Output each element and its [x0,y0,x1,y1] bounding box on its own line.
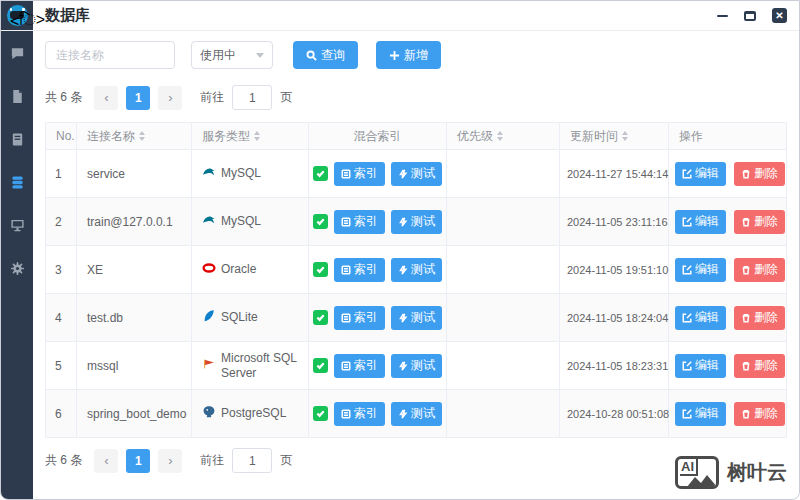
index-icon [341,169,351,179]
row-no: 5 [55,359,62,373]
indexed-checkbox[interactable] [313,406,328,421]
delete-button[interactable]: 删除 [734,210,785,234]
indexed-checkbox[interactable] [313,166,328,181]
sort-caret-icon[interactable] [139,131,145,141]
cell-priority [447,342,560,389]
indexed-checkbox[interactable] [313,262,328,277]
chevron-down-icon [256,53,264,58]
cell-mixed-index: 索引 测试 [309,342,447,389]
pagination-total: 共 6 条 [45,452,82,469]
connection-name-input[interactable] [45,41,175,69]
page-number-button[interactable]: 1 [126,86,150,110]
column-header-0: No. [46,123,77,149]
index-button-label: 索引 [354,213,378,230]
sidebar-item-settings[interactable] [9,260,25,276]
test-button[interactable]: 测试 [391,210,442,234]
column-header-5[interactable]: 更新时间 [560,123,669,149]
prev-page-button[interactable]: ‹ [94,86,118,110]
cell-updated: 2024-11-05 19:51:10 [560,246,669,293]
test-button[interactable]: 测试 [391,306,442,330]
indexed-checkbox[interactable] [313,214,328,229]
row-db-label: SQLite [221,310,258,325]
sidebar-item-book[interactable] [9,131,25,147]
delete-button[interactable]: 删除 [734,402,785,426]
next-page-button[interactable]: › [158,86,182,110]
row-db-label: MySQL [221,214,261,229]
watermark: AI 树叶云 [675,456,787,489]
column-header-label: 连接名称 [87,128,135,145]
lightning-icon [398,169,408,179]
test-button[interactable]: 测试 [391,258,442,282]
robot-logo-icon: <ि> [7,5,28,26]
sidebar-item-database[interactable] [9,174,25,190]
cell-name: spring_boot_demo [77,390,192,437]
index-button[interactable]: 索引 [334,162,385,186]
edit-button[interactable]: 编辑 [675,306,726,330]
delete-button[interactable]: 删除 [734,306,785,330]
sidebar-item-documents[interactable] [9,88,25,104]
page-number-button[interactable]: 1 [126,449,150,473]
chat-icon [10,46,25,61]
trash-icon [741,313,751,323]
test-button[interactable]: 测试 [391,402,442,426]
row-updated: 2024-11-05 18:24:04 [567,312,668,324]
sort-caret-icon[interactable] [622,131,628,141]
cell-priority [447,390,560,437]
sort-caret-icon[interactable] [497,131,503,141]
column-header-label: 更新时间 [570,128,618,145]
row-no: 1 [55,167,62,181]
edit-button[interactable]: 编辑 [675,258,726,282]
trash-icon [741,169,751,179]
table-body: 1 service MySQL 索引 测试 2024-11-27 15:44:1… [46,150,786,438]
cell-operations: 编辑 删除 [669,150,786,197]
close-icon[interactable]: ✕ [772,8,787,23]
next-page-button[interactable]: › [158,449,182,473]
maximize-icon[interactable] [744,11,756,21]
indexed-checkbox[interactable] [313,310,328,325]
test-button[interactable]: 测试 [391,354,442,378]
column-header-4[interactable]: 优先级 [447,123,560,149]
search-button[interactable]: 查询 [293,41,358,69]
cell-operations: 编辑 删除 [669,198,786,245]
status-select[interactable]: 使用中 [191,41,273,69]
index-button[interactable]: 索引 [334,306,385,330]
index-button[interactable]: 索引 [334,258,385,282]
test-button-label: 测试 [411,261,435,278]
delete-button[interactable]: 删除 [734,354,785,378]
edit-button[interactable]: 编辑 [675,162,726,186]
column-header-6: 操作 [669,123,786,149]
column-header-2[interactable]: 服务类型 [192,123,309,149]
column-header-1[interactable]: 连接名称 [77,123,192,149]
delete-button[interactable]: 删除 [734,162,785,186]
prev-page-button[interactable]: ‹ [94,449,118,473]
delete-button-label: 删除 [754,405,778,422]
index-button[interactable]: 索引 [334,402,385,426]
index-button[interactable]: 索引 [334,354,385,378]
indexed-checkbox[interactable] [313,358,328,373]
edit-button[interactable]: 编辑 [675,354,726,378]
goto-page-input[interactable] [232,85,272,110]
sidebar-item-monitor[interactable] [9,217,25,233]
minimize-icon[interactable] [717,15,728,17]
edit-icon [682,169,692,179]
edit-button[interactable]: 编辑 [675,402,726,426]
connections-table: No.连接名称服务类型混合索引优先级更新时间操作 1 service MySQL… [45,122,787,438]
cell-operations: 编辑 删除 [669,390,786,437]
edit-icon [682,217,692,227]
goto-page-input[interactable] [232,448,272,473]
watermark-logo-icon: AI [675,456,719,489]
lightning-icon [398,217,408,227]
test-button-label: 测试 [411,165,435,182]
test-button[interactable]: 测试 [391,162,442,186]
add-button[interactable]: 新增 [376,41,441,69]
sort-caret-icon[interactable] [254,131,260,141]
edit-button[interactable]: 编辑 [675,210,726,234]
cell-name: XE [77,246,192,293]
index-button[interactable]: 索引 [334,210,385,234]
cell-operations: 编辑 删除 [669,294,786,341]
search-button-label: 查询 [321,47,345,64]
delete-button[interactable]: 删除 [734,258,785,282]
sidebar-item-chat[interactable] [9,45,25,61]
cell-updated: 2024-11-27 15:44:14 [560,150,669,197]
row-name: spring_boot_demo [87,407,186,421]
